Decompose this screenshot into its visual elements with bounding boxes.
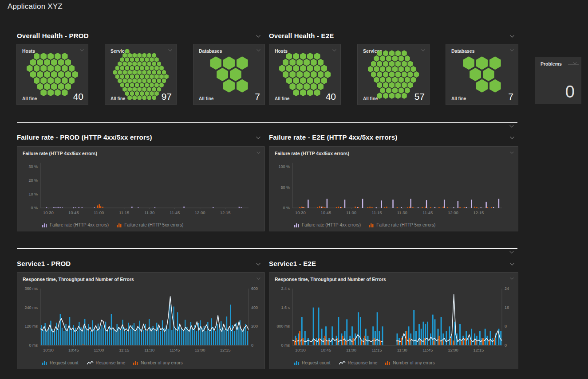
chevron-down-icon[interactable] [256,35,261,38]
hexagon[interactable] [389,61,395,67]
hexagon[interactable] [58,83,64,90]
hexagon[interactable] [127,70,132,75]
hexagon[interactable] [65,59,71,66]
hexagon[interactable] [127,87,132,92]
hexagon[interactable] [395,82,401,88]
hexagon[interactable] [293,77,299,84]
hexagon[interactable] [58,71,64,78]
hexagon[interactable] [311,59,317,66]
chevron-down-icon[interactable] [332,49,337,52]
health-tile-databases-e2e[interactable]: Databases All fine 7 [446,44,518,105]
hexagon[interactable] [489,56,501,70]
hexagon[interactable] [58,59,64,66]
hexagon[interactable] [137,87,142,92]
chevron-down-icon[interactable] [509,262,515,266]
hexagon[interactable] [154,66,159,70]
hexagon[interactable] [318,59,324,66]
hexagon[interactable] [115,66,120,70]
hexagon[interactable] [383,71,388,78]
hexagon[interactable] [489,79,501,93]
hexagon[interactable] [223,56,235,70]
chevron-down-icon[interactable] [256,277,261,280]
hexagon[interactable] [113,70,117,75]
hexagon[interactable] [132,87,137,92]
hexagon[interactable] [237,56,248,70]
hexagon[interactable] [476,56,488,70]
chevron-down-icon[interactable] [256,262,261,266]
hexagon[interactable] [34,77,40,84]
health-tile-databases-prod[interactable]: Databases All fine 7 [193,44,265,105]
hexagon[interactable] [402,71,407,78]
hexagon[interactable] [118,61,122,66]
hexagon[interactable] [374,77,379,83]
hexagon[interactable] [120,74,125,79]
hexagon[interactable] [72,71,78,78]
hexagon[interactable] [150,66,154,70]
hexagon[interactable] [283,59,289,66]
hexagon[interactable] [300,77,306,84]
hexagon[interactable] [162,78,166,83]
hexagon[interactable] [311,83,317,90]
hexagon[interactable] [130,74,134,79]
hexagon[interactable] [40,65,47,72]
hexagon[interactable] [150,74,154,79]
hexagon[interactable] [407,71,413,78]
chevron-down-icon[interactable] [572,62,577,65]
chevron-down-icon[interactable] [509,277,514,280]
hexagon[interactable] [37,71,43,78]
hexagon[interactable] [217,68,228,81]
hexagon[interactable] [314,77,320,84]
chevron-down-icon[interactable] [256,49,261,52]
hexagon[interactable] [55,77,61,84]
hexagon[interactable] [125,66,130,70]
hexagon[interactable] [407,61,413,67]
hexagon[interactable] [410,66,416,72]
hexagon[interactable] [318,83,324,90]
hexagon[interactable] [321,77,328,84]
hexagon[interactable] [405,77,410,83]
hexagon[interactable] [324,71,331,78]
hexagon[interactable] [157,78,162,83]
hexagon[interactable] [318,71,324,78]
hexagon[interactable] [289,83,296,90]
hexagon[interactable] [145,57,149,62]
hexagon[interactable] [137,70,142,75]
hexagon[interactable] [140,74,144,79]
hexagon[interactable] [152,61,157,66]
hexagon[interactable] [30,59,36,66]
hexagon[interactable] [159,74,164,79]
hexagon[interactable] [127,61,132,66]
hexagon[interactable] [407,82,413,88]
hexagon[interactable] [164,74,169,79]
hexagon[interactable] [283,71,289,78]
hexagon[interactable] [120,82,125,87]
hexagon[interactable] [159,82,164,87]
hexagon[interactable] [162,70,166,75]
hexagon[interactable] [392,55,398,62]
hexagon[interactable] [402,61,407,67]
hexagon[interactable] [304,59,310,66]
chevron-down-icon[interactable] [421,49,426,52]
hexagon[interactable] [405,55,410,62]
hexagon[interactable] [122,70,127,75]
hexagon[interactable] [140,57,144,62]
hexagon[interactable] [147,70,152,75]
hexagon[interactable] [132,70,137,75]
chevron-down-icon[interactable] [509,49,514,52]
hexagon[interactable] [463,56,474,70]
hexagon[interactable] [122,78,127,83]
hexagon[interactable] [132,61,137,66]
hexagon[interactable] [142,70,146,75]
hexagon[interactable] [37,59,43,66]
hexagon[interactable] [34,65,40,72]
legend-item[interactable]: Response time [339,360,378,365]
hexagon[interactable] [380,77,385,83]
legend-item[interactable]: Failure rate (HTTP 5xx errors) [117,223,183,227]
hexagon[interactable] [389,71,395,78]
hexagon[interactable] [289,59,296,66]
chevron-down-icon[interactable] [509,35,515,38]
hexagon[interactable] [304,71,310,78]
hexagon[interactable] [383,82,388,88]
legend-item[interactable]: Number of any errors [133,360,182,365]
hexagon[interactable] [122,61,127,66]
